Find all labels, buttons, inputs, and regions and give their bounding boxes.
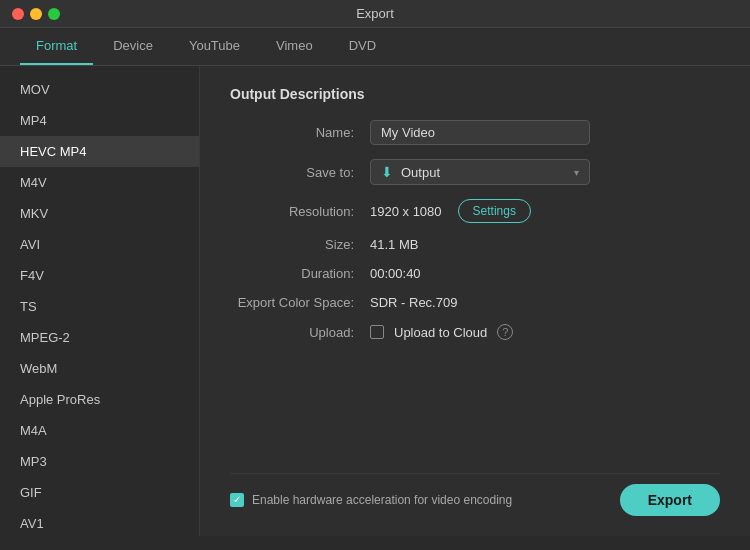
upload-cloud-checkbox[interactable] <box>370 325 384 339</box>
tab-format[interactable]: Format <box>20 28 93 65</box>
color-space-value: SDR - Rec.709 <box>370 295 457 310</box>
upload-controls: Upload to Cloud ? <box>370 324 513 340</box>
sidebar-item-av1[interactable]: AV1 <box>0 508 199 536</box>
close-button[interactable] <box>12 8 24 20</box>
save-to-row: Save to: ⬇ Output ▾ <box>230 159 720 185</box>
chevron-down-icon: ▾ <box>574 167 579 178</box>
save-to-select[interactable]: ⬇ Output ▾ <box>370 159 590 185</box>
export-button[interactable]: Export <box>620 484 720 516</box>
title-bar: Export <box>0 0 750 28</box>
sidebar-item-mp4[interactable]: MP4 <box>0 105 199 136</box>
sidebar-item-avi[interactable]: AVI <box>0 229 199 260</box>
tab-device[interactable]: Device <box>97 28 169 65</box>
traffic-lights <box>12 8 60 20</box>
upload-cloud-label: Upload to Cloud <box>394 325 487 340</box>
save-to-value: Output <box>401 165 440 180</box>
upload-row: Upload: Upload to Cloud ? <box>230 324 720 340</box>
name-label: Name: <box>230 125 370 140</box>
resolution-value-group: 1920 x 1080 Settings <box>370 199 531 223</box>
color-space-label: Export Color Space: <box>230 295 370 310</box>
tab-vimeo[interactable]: Vimeo <box>260 28 329 65</box>
duration-label: Duration: <box>230 266 370 281</box>
sidebar-item-webm[interactable]: WebM <box>0 353 199 384</box>
size-value: 41.1 MB <box>370 237 418 252</box>
duration-value: 00:00:40 <box>370 266 421 281</box>
sidebar: MOV MP4 HEVC MP4 M4V MKV AVI F4V TS MPEG… <box>0 66 200 536</box>
sidebar-item-gif[interactable]: GIF <box>0 477 199 508</box>
tab-youtube[interactable]: YouTube <box>173 28 256 65</box>
resolution-row: Resolution: 1920 x 1080 Settings <box>230 199 720 223</box>
resolution-label: Resolution: <box>230 204 370 219</box>
tab-dvd[interactable]: DVD <box>333 28 392 65</box>
sidebar-item-mp3[interactable]: MP3 <box>0 446 199 477</box>
sidebar-item-f4v[interactable]: F4V <box>0 260 199 291</box>
hw-accel-row: ✓ Enable hardware acceleration for video… <box>230 493 512 507</box>
name-input[interactable] <box>370 120 590 145</box>
upload-label: Upload: <box>230 325 370 340</box>
save-to-label: Save to: <box>230 165 370 180</box>
sidebar-item-mkv[interactable]: MKV <box>0 198 199 229</box>
resolution-value: 1920 x 1080 <box>370 204 442 219</box>
sidebar-item-ts[interactable]: TS <box>0 291 199 322</box>
save-to-inner: ⬇ Output <box>381 164 440 180</box>
color-space-row: Export Color Space: SDR - Rec.709 <box>230 295 720 310</box>
sidebar-item-m4a[interactable]: M4A <box>0 415 199 446</box>
name-row: Name: <box>230 120 720 145</box>
help-icon[interactable]: ? <box>497 324 513 340</box>
main-content: MOV MP4 HEVC MP4 M4V MKV AVI F4V TS MPEG… <box>0 66 750 536</box>
content-area: Output Descriptions Name: Save to: ⬇ Out… <box>200 66 750 536</box>
window-title: Export <box>356 6 394 21</box>
tabs-bar: Format Device YouTube Vimeo DVD <box>0 28 750 66</box>
hw-accel-checkbox[interactable]: ✓ <box>230 493 244 507</box>
maximize-button[interactable] <box>48 8 60 20</box>
sidebar-item-mpeg2[interactable]: MPEG-2 <box>0 322 199 353</box>
sidebar-item-hevc-mp4[interactable]: HEVC MP4 <box>0 136 199 167</box>
download-icon: ⬇ <box>381 164 393 180</box>
bottom-bar: ✓ Enable hardware acceleration for video… <box>230 473 720 516</box>
hw-accel-label: Enable hardware acceleration for video e… <box>252 493 512 507</box>
checkmark-icon: ✓ <box>233 495 241 505</box>
output-section: Output Descriptions Name: Save to: ⬇ Out… <box>230 86 720 354</box>
sidebar-item-apple-prores[interactable]: Apple ProRes <box>0 384 199 415</box>
settings-button[interactable]: Settings <box>458 199 531 223</box>
output-heading: Output Descriptions <box>230 86 720 102</box>
sidebar-item-m4v[interactable]: M4V <box>0 167 199 198</box>
minimize-button[interactable] <box>30 8 42 20</box>
size-row: Size: 41.1 MB <box>230 237 720 252</box>
sidebar-item-mov[interactable]: MOV <box>0 74 199 105</box>
size-label: Size: <box>230 237 370 252</box>
duration-row: Duration: 00:00:40 <box>230 266 720 281</box>
